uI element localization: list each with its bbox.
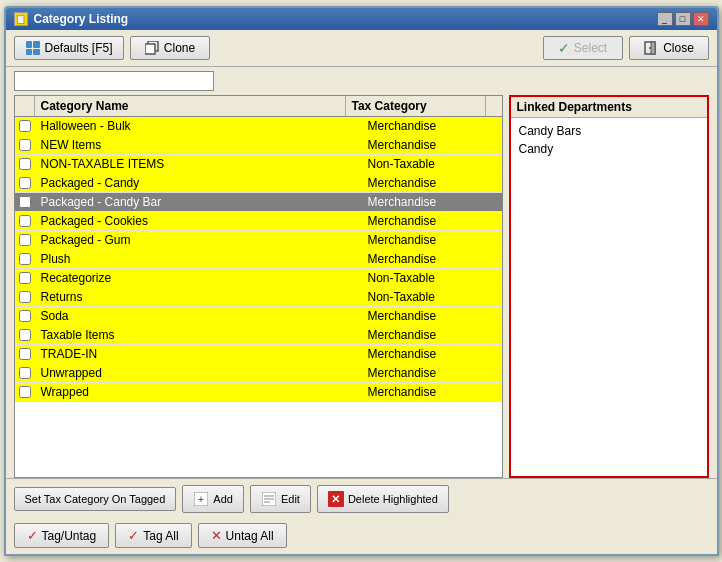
linked-departments-header: Linked Departments [511, 97, 707, 118]
row-tax: Non-Taxable [362, 269, 502, 287]
row-checkbox-cell [15, 117, 35, 135]
row-checkbox[interactable] [19, 234, 31, 246]
tag-untag-button[interactable]: ✓ Tag/Untag [14, 523, 110, 548]
row-name: Unwrapped [35, 364, 362, 382]
table-row[interactable]: Wrapped Merchandise [15, 383, 502, 402]
edit-label: Edit [281, 493, 300, 505]
row-checkbox-cell [15, 250, 35, 268]
row-checkbox[interactable] [19, 158, 31, 170]
svg-text:+: + [198, 493, 204, 505]
table-row[interactable]: Recategorize Non-Taxable [15, 269, 502, 288]
row-checkbox[interactable] [19, 329, 31, 341]
row-checkbox-cell [15, 307, 35, 325]
edit-button[interactable]: Edit [250, 485, 311, 513]
row-tax: Merchandise [362, 364, 502, 382]
untag-all-button[interactable]: ✕ Untag All [198, 523, 287, 548]
table-row[interactable]: Packaged - Gum Merchandise [15, 231, 502, 250]
table-row[interactable]: NON-TAXABLE ITEMS Non-Taxable [15, 155, 502, 174]
window-close-button[interactable]: ✕ [693, 12, 709, 26]
main-window: 📋 Category Listing _ □ ✕ Defaults [F5] [4, 6, 719, 556]
linked-departments-panel: Linked Departments Candy BarsCandy [509, 95, 709, 478]
table-row[interactable]: Packaged - Candy Merchandise [15, 174, 502, 193]
checkbox-col-header [15, 96, 35, 116]
search-input[interactable] [14, 71, 214, 91]
bottom-bar: Set Tax Category On Tagged + Add Edit [6, 478, 717, 519]
row-checkbox-cell [15, 345, 35, 363]
table-row[interactable]: Returns Non-Taxable [15, 288, 502, 307]
row-checkbox[interactable] [19, 348, 31, 360]
row-checkbox-cell [15, 155, 35, 173]
row-tax: Merchandise [362, 345, 502, 363]
row-checkbox[interactable] [19, 310, 31, 322]
row-checkbox[interactable] [19, 272, 31, 284]
row-checkbox[interactable] [19, 386, 31, 398]
main-content: Category Name Tax Category Halloween - B… [6, 95, 717, 478]
tag-all-icon: ✓ [128, 528, 139, 543]
row-checkbox[interactable] [19, 215, 31, 227]
tag-check-icon: ✓ [27, 528, 38, 543]
set-tax-label: Set Tax Category On Tagged [25, 493, 166, 505]
row-checkbox[interactable] [19, 120, 31, 132]
row-checkbox-cell [15, 288, 35, 306]
row-checkbox-cell [15, 174, 35, 192]
close-button[interactable]: Close [629, 36, 709, 60]
row-checkbox[interactable] [19, 177, 31, 189]
table-header: Category Name Tax Category [15, 96, 502, 117]
row-tax: Merchandise [362, 136, 502, 154]
row-tax: Merchandise [362, 307, 502, 325]
clone-button[interactable]: Clone [130, 36, 210, 60]
door-icon [643, 40, 659, 56]
row-checkbox[interactable] [19, 253, 31, 265]
name-col-header: Category Name [35, 96, 346, 116]
table-body[interactable]: Halloween - Bulk Merchandise NEW Items M… [15, 117, 502, 477]
table-row[interactable]: Soda Merchandise [15, 307, 502, 326]
title-controls: _ □ ✕ [657, 12, 709, 26]
row-checkbox[interactable] [19, 367, 31, 379]
row-checkbox[interactable] [19, 196, 31, 208]
row-name: NON-TAXABLE ITEMS [35, 155, 362, 173]
table-row[interactable]: Halloween - Bulk Merchandise [15, 117, 502, 136]
row-name: Recategorize [35, 269, 362, 287]
delete-button[interactable]: ✕ Delete Highlighted [317, 485, 449, 513]
row-checkbox-cell [15, 212, 35, 230]
row-checkbox-cell [15, 383, 35, 401]
row-name: Plush [35, 250, 362, 268]
svg-rect-3 [651, 42, 655, 54]
row-name: Returns [35, 288, 362, 306]
row-checkbox[interactable] [19, 139, 31, 151]
minimize-button[interactable]: _ [657, 12, 673, 26]
row-tax: Merchandise [362, 383, 502, 401]
table-row[interactable]: NEW Items Merchandise [15, 136, 502, 155]
set-tax-button[interactable]: Set Tax Category On Tagged [14, 487, 177, 511]
add-button[interactable]: + Add [182, 485, 244, 513]
tag-all-button[interactable]: ✓ Tag All [115, 523, 191, 548]
maximize-button[interactable]: □ [675, 12, 691, 26]
clone-icon [144, 40, 160, 56]
defaults-button[interactable]: Defaults [F5] [14, 36, 124, 60]
row-checkbox-cell [15, 364, 35, 382]
row-tax: Merchandise [362, 231, 502, 249]
table-row[interactable]: Packaged - Cookies Merchandise [15, 212, 502, 231]
row-checkbox[interactable] [19, 291, 31, 303]
tag-bar: ✓ Tag/Untag ✓ Tag All ✕ Untag All [6, 519, 717, 554]
row-checkbox-cell [15, 326, 35, 344]
row-tax: Merchandise [362, 193, 502, 211]
select-button[interactable]: ✓ Select [543, 36, 623, 60]
table-row[interactable]: Unwrapped Merchandise [15, 364, 502, 383]
add-label: Add [213, 493, 233, 505]
window-icon: 📋 [14, 12, 28, 26]
table-row[interactable]: Plush Merchandise [15, 250, 502, 269]
add-icon: + [193, 491, 209, 507]
table-row[interactable]: TRADE-IN Merchandise [15, 345, 502, 364]
edit-icon [261, 491, 277, 507]
defaults-label: Defaults [F5] [45, 41, 113, 55]
table-row[interactable]: Taxable Items Merchandise [15, 326, 502, 345]
delete-label: Delete Highlighted [348, 493, 438, 505]
tag-untag-label: Tag/Untag [42, 529, 97, 543]
row-tax: Merchandise [362, 117, 502, 135]
row-tax: Merchandise [362, 174, 502, 192]
row-name: Taxable Items [35, 326, 362, 344]
row-tax: Non-Taxable [362, 155, 502, 173]
linked-departments-body: Candy BarsCandy [511, 118, 707, 476]
table-row[interactable]: Packaged - Candy Bar Merchandise [15, 193, 502, 212]
